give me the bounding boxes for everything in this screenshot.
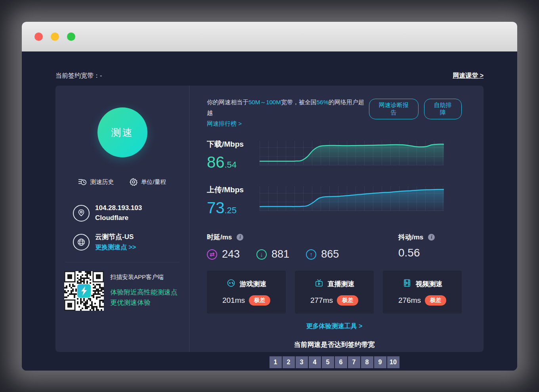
match-scale: 1 2 3 4 5 6 7 8 9 10: [207, 356, 462, 368]
jitter-value: 0.56: [398, 247, 462, 259]
page-header: 当前签约宽带：- 网速课堂 >: [55, 52, 484, 82]
game-test-title: 游戏测速: [240, 279, 267, 289]
qr-benefit-line1: 体验附近高性能测速点: [110, 287, 178, 298]
minimize-window-button[interactable]: [51, 33, 59, 41]
unit-range-button[interactable]: 单位/量程: [130, 178, 166, 186]
experience-cards: 游戏测速 201ms 极差 直播测速: [207, 271, 462, 314]
scale-box-2[interactable]: 2: [283, 356, 295, 368]
latency-item-download: ↓ 881: [256, 248, 289, 260]
video-test-title: 视频测速: [416, 279, 443, 289]
more-tools-link[interactable]: 更多体验测速工具 >: [207, 322, 462, 331]
summary-prefix: 你的网速相当于: [207, 99, 248, 105]
speed-class-link[interactable]: 网速课堂 >: [453, 72, 484, 80]
scale-box-1[interactable]: 1: [270, 356, 282, 368]
download-value-dec: .54: [225, 160, 237, 170]
upload-meter: 上传/Mbps 73.25: [207, 185, 462, 217]
close-window-button[interactable]: [34, 33, 43, 41]
ip-info-row: 104.28.193.103 Cloudflare: [73, 204, 180, 222]
download-value-int: 86: [207, 153, 225, 171]
latency-value-both: 243: [222, 248, 240, 260]
download-chart: [260, 141, 444, 165]
history-label: 测速历史: [90, 178, 114, 186]
scale-box-8[interactable]: 8: [361, 356, 373, 368]
globe-icon: [73, 234, 90, 250]
sidebar-divider: [65, 262, 180, 262]
scale-box-10[interactable]: 10: [387, 356, 399, 368]
latency-value-upload: 865: [321, 248, 339, 260]
latency-label: 时延/ms: [207, 233, 232, 242]
live-test-title: 直播测速: [328, 279, 355, 289]
self-troubleshoot-button[interactable]: 自助排障: [424, 99, 462, 119]
qr-benefit-line2: 更优测速体验: [110, 298, 178, 308]
latency-jitter-row: 时延/ms i ⇄ 243 ↓ 881: [207, 233, 462, 260]
app-window: 当前签约宽带：- 网速课堂 > 测速 测速历史: [22, 22, 517, 371]
live-test-card[interactable]: 直播测速 277ms 极差: [295, 271, 374, 314]
latency-item-both: ⇄ 243: [207, 248, 240, 260]
video-test-card[interactable]: 视频测速 276ms 极差: [383, 271, 462, 314]
game-test-value: 201ms: [222, 296, 245, 305]
summary-mid: 宽带，被全国: [281, 99, 317, 105]
live-test-value: 277ms: [310, 296, 333, 305]
scale-box-3[interactable]: 3: [296, 356, 308, 368]
summary-range: 50M～100M: [248, 99, 281, 105]
latency-item-upload: ↑ 865: [306, 248, 339, 260]
tv-icon: [314, 279, 324, 289]
qr-title: 扫描安装APP客户端: [110, 273, 178, 281]
current-plan-label: 当前签约宽带：-: [55, 72, 102, 80]
window-titlebar: [22, 22, 517, 52]
app-qr-section: 扫描安装APP客户端 体验附近高性能测速点 更优测速体验: [64, 271, 180, 311]
left-sidebar: 测速 测速历史 单位/量程: [55, 86, 189, 352]
upload-value-dec: .25: [225, 205, 237, 215]
gear-icon: [130, 178, 138, 186]
film-icon: [402, 279, 412, 289]
history-icon: [78, 178, 87, 186]
gamepad-icon: [226, 279, 236, 289]
download-meter: 下载/Mbps 86.54: [207, 139, 462, 171]
results-area: 你的网速相当于50M～100M宽带，被全国56%的网络用户超越 网速排行榜 > …: [189, 86, 484, 352]
upload-label: 上传/Mbps: [207, 185, 260, 195]
scale-box-5[interactable]: 5: [322, 356, 334, 368]
scale-box-9[interactable]: 9: [374, 356, 386, 368]
app-qr-code: [64, 271, 104, 311]
game-test-card[interactable]: 游戏测速 201ms 极差: [207, 271, 286, 314]
isp-name: Cloudflare: [95, 214, 142, 222]
summary-row: 你的网速相当于50M～100M宽带，被全国56%的网络用户超越 网速排行榜 > …: [207, 97, 462, 129]
history-button[interactable]: 测速历史: [78, 178, 114, 186]
jitter-block: 抖动/ms i 0.56: [398, 233, 462, 260]
scale-box-7[interactable]: 7: [348, 356, 360, 368]
latency-info-icon[interactable]: i: [237, 234, 243, 241]
node-name: 云测节点-US: [95, 232, 136, 241]
latency-block: 时延/ms i ⇄ 243 ↓ 881: [207, 233, 339, 260]
ip-address: 104.28.193.103: [95, 204, 142, 212]
main-panel: 测速 测速历史 单位/量程: [55, 86, 484, 352]
download-label: 下载/Mbps: [207, 139, 260, 149]
connection-info: 104.28.193.103 Cloudflare 云测节点-US 更换测速点 …: [64, 204, 180, 252]
zoom-window-button[interactable]: [67, 33, 75, 41]
transfer-arrows-icon: ⇄: [207, 249, 217, 260]
live-test-badge: 极差: [337, 295, 358, 306]
toolbar-buttons: 网速诊断报告 自助排障: [369, 97, 462, 119]
latency-value-download: 881: [271, 248, 289, 260]
jitter-label: 抖动/ms: [398, 233, 423, 242]
match-question-title: 当前网速是否达到签约带宽: [207, 340, 462, 349]
sidebar-actions: 测速历史 单位/量程: [64, 178, 180, 186]
scale-box-6[interactable]: 6: [335, 356, 347, 368]
scale-box-4[interactable]: 4: [309, 356, 321, 368]
start-speedtest-button[interactable]: 测速: [97, 107, 147, 157]
upload-value-int: 73: [207, 199, 225, 216]
speed-summary: 你的网速相当于50M～100M宽带，被全国56%的网络用户超越 网速排行榜 >: [207, 97, 369, 129]
video-test-badge: 极差: [425, 295, 446, 306]
unit-range-label: 单位/量程: [141, 178, 166, 186]
up-arrow-icon: ↑: [306, 249, 316, 260]
diagnosis-report-button[interactable]: 网速诊断报告: [369, 99, 419, 119]
change-node-link[interactable]: 更换测速点 >>: [95, 243, 136, 252]
node-info-row: 云测节点-US 更换测速点 >>: [73, 232, 180, 252]
video-test-value: 276ms: [398, 296, 421, 305]
ranking-link[interactable]: 网速排行榜 >: [207, 120, 242, 127]
location-pin-icon: [73, 205, 90, 222]
page-content: 当前签约宽带：- 网速课堂 > 测速 测速历史: [22, 52, 517, 371]
game-test-badge: 极差: [249, 295, 270, 306]
summary-percent: 56%: [317, 99, 329, 105]
down-arrow-icon: ↓: [256, 249, 267, 260]
jitter-info-icon[interactable]: i: [428, 234, 435, 241]
